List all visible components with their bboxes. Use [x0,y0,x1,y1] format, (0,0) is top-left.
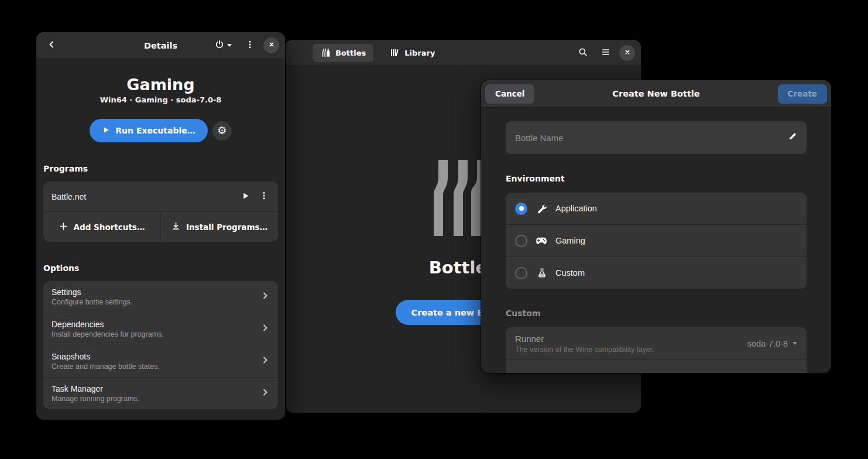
tab-library-label: Library [404,49,435,57]
library-icon [389,48,400,57]
programs-card: Battle.net [43,181,278,242]
plus-icon [59,222,68,232]
back-button[interactable] [42,36,61,55]
env-row-application[interactable]: Application [506,193,807,224]
main-headerbar: Bottles Library [285,40,641,66]
play-icon [241,191,250,202]
desktop: Bottles Library [0,0,868,459]
vertical-dots-icon [245,40,255,51]
option-row-task-manager[interactable]: Task Manager Manage running programs. [43,378,278,409]
option-row-dependencies[interactable]: Dependencies Install dependencies for pr… [43,313,278,345]
option-title: Task Manager [52,384,139,393]
details-headerbar: Details [36,32,285,59]
close-icon [623,48,632,58]
option-title: Dependencies [52,320,164,329]
option-row-settings[interactable]: Settings Configure bottle settings. [43,281,278,313]
details-window: Details [36,32,285,420]
menu-button[interactable] [596,43,615,62]
play-icon [102,126,110,136]
add-shortcuts-label: Add Shortcuts… [74,222,145,232]
option-title: Snapshots [52,352,160,361]
option-title: Settings [52,287,132,297]
vertical-dots-icon [259,191,269,202]
run-settings-button[interactable]: ⚙ [212,121,232,141]
bottle-subtitle: Win64 · Gaming · soda-7.0-8 [36,95,285,104]
runner-title: Runner [515,334,654,344]
option-subtitle: Configure bottle settings. [52,298,132,306]
chevron-right-icon [260,323,270,335]
tools-icon [536,204,547,214]
option-subtitle: Create and manage bottle states. [52,362,160,371]
architecture-title: Architecture [515,371,562,373]
programs-section-label: Programs [43,164,278,173]
custom-card: Runner The version of the Wine compatibi… [506,327,807,373]
chevron-right-icon [260,388,270,399]
details-title: Details [144,41,177,50]
tab-library[interactable]: Library [382,44,442,62]
tab-bottles[interactable]: Bottles [313,44,373,62]
bottle-name-entry[interactable] [506,121,807,154]
radio-unselected-icon [515,267,527,279]
runner-dropdown[interactable]: soda-7.0-8 [747,339,797,348]
options-card: Settings Configure bottle settings. Depe… [43,281,278,409]
environment-section-label: Environment [506,174,807,183]
program-run-button[interactable] [236,187,255,206]
runner-value: soda-7.0-8 [747,339,788,348]
chevron-down-icon [227,44,232,47]
bottles-icon [320,48,331,57]
bottle-name-heading: Gaming [36,76,285,94]
power-menu-button[interactable] [210,36,236,55]
power-icon [215,40,224,51]
runner-row: Runner The version of the Wine compatibi… [506,327,807,359]
program-more-button[interactable] [255,187,273,206]
radio-unselected-icon [515,235,527,247]
runner-subtitle: The version of the Wine compatibility la… [515,345,654,354]
radio-selected-icon [515,203,527,215]
env-label: Custom [555,268,585,278]
dialog-title: Create New Bottle [612,89,699,98]
add-shortcuts-button[interactable]: Add Shortcuts… [43,212,160,242]
bottle-name-input[interactable] [515,133,788,143]
option-subtitle: Manage running programs. [52,395,139,403]
more-menu-button[interactable] [241,36,259,55]
download-icon [171,222,180,232]
pencil-icon [788,132,797,143]
option-subtitle: Install dependencies for programs. [52,330,164,338]
chevron-down-icon [792,342,797,345]
dialog-headerbar: Cancel Create New Bottle Create [481,80,831,108]
env-label: Gaming [555,236,585,245]
program-row-battlenet[interactable]: Battle.net [43,181,278,211]
env-row-gaming[interactable]: Gaming [506,225,807,256]
env-label: Application [555,204,597,213]
install-programs-button[interactable]: Install Programs… [161,212,278,242]
create-bottle-dialog: Cancel Create New Bottle Create Environm… [481,80,831,373]
main-close-button[interactable] [619,45,635,61]
main-header-actions [574,43,635,62]
option-row-snapshots[interactable]: Snapshots Create and manage bottle state… [43,345,278,377]
gamepad-icon [536,237,547,245]
run-executable-label: Run Executable… [115,126,195,135]
architecture-value: 64-bit [767,372,788,374]
create-button[interactable]: Create [778,84,827,104]
env-row-custom[interactable]: Custom [506,257,807,289]
options-section-label: Options [43,263,278,273]
search-button[interactable] [574,43,592,62]
install-programs-label: Install Programs… [186,222,267,232]
chevron-left-icon [47,40,56,51]
search-icon [578,47,588,59]
chevron-right-icon [260,355,270,367]
run-executable-button[interactable]: Run Executable… [90,119,207,142]
flask-icon [536,268,547,278]
gear-icon: ⚙ [217,125,227,136]
details-header-actions [210,36,279,55]
cancel-button[interactable]: Cancel [485,84,534,104]
environment-card: Application Gaming [506,193,807,289]
tab-bottles-label: Bottles [335,49,366,57]
details-close-button[interactable] [263,37,279,53]
architecture-dropdown[interactable]: 64-bit [767,372,797,374]
program-name: Battle.net [52,192,86,201]
custom-section-label: Custom [506,309,807,318]
close-icon [267,40,276,50]
view-switcher: Bottles Library [313,44,442,62]
chevron-right-icon [260,291,270,303]
